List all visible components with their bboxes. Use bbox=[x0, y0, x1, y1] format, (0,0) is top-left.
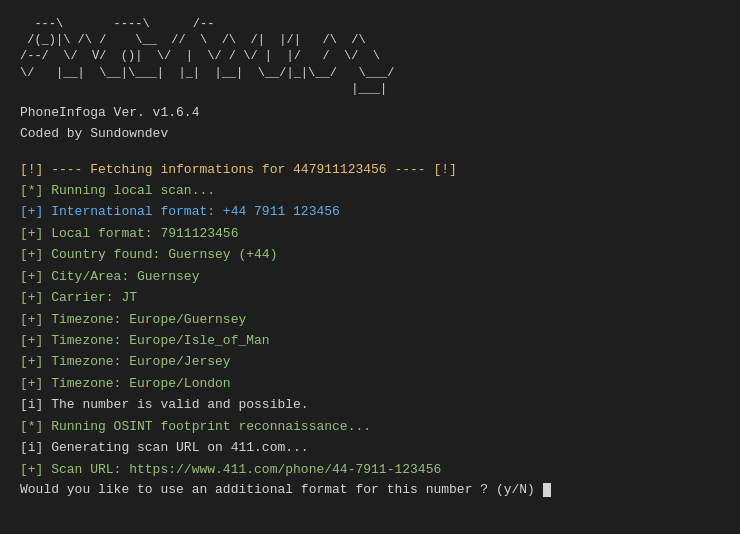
output-line: [*] Running local scan... bbox=[20, 180, 720, 201]
prompt-line: Would you like to use an additional form… bbox=[20, 482, 720, 497]
output-line: [+] Scan URL: https://www.411.com/phone/… bbox=[20, 459, 720, 480]
terminal-window: ---\ ----\ /-- /(_)|\ /\ / \__ // \ /\ /… bbox=[0, 0, 740, 534]
output-line: [+] Carrier: JT bbox=[20, 287, 720, 308]
version-line2: Coded by Sundowndev bbox=[20, 126, 168, 141]
output-line: [+] Country found: Guernsey (+44) bbox=[20, 244, 720, 265]
output-line: [!] ---- Fetching informations for 44791… bbox=[20, 159, 720, 180]
output-line: [*] Running OSINT footprint reconnaissan… bbox=[20, 416, 720, 437]
cursor bbox=[543, 483, 551, 497]
output-line: [+] International format: +44 7911 12345… bbox=[20, 201, 720, 222]
output-line: [+] Local format: 7911123456 bbox=[20, 223, 720, 244]
ascii-art-banner: ---\ ----\ /-- /(_)|\ /\ / \__ // \ /\ /… bbox=[20, 16, 720, 97]
output-line: [+] City/Area: Guernsey bbox=[20, 266, 720, 287]
output-line: [+] Timezone: Europe/Guernsey bbox=[20, 309, 720, 330]
output-line: [+] Timezone: Europe/London bbox=[20, 373, 720, 394]
version-line1: PhoneInfoga Ver. v1.6.4 bbox=[20, 105, 199, 120]
output-line: [+] Timezone: Europe/Jersey bbox=[20, 351, 720, 372]
output-line: [i] Generating scan URL on 411.com... bbox=[20, 437, 720, 458]
version-info: PhoneInfoga Ver. v1.6.4 Coded by Sundown… bbox=[20, 103, 720, 145]
prompt-text: Would you like to use an additional form… bbox=[20, 482, 543, 497]
output-line: [+] Timezone: Europe/Isle_of_Man bbox=[20, 330, 720, 351]
output-lines: [!] ---- Fetching informations for 44791… bbox=[20, 159, 720, 481]
output-line: [i] The number is valid and possible. bbox=[20, 394, 720, 415]
